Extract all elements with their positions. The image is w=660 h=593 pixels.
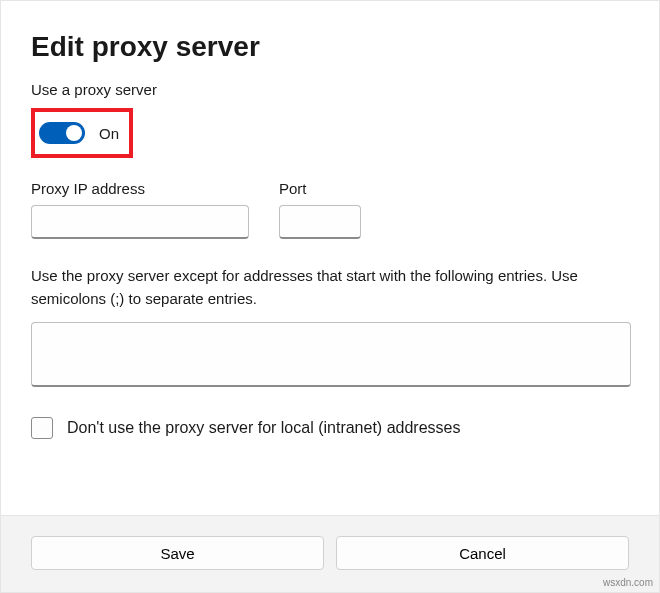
dialog-footer: Save Cancel — [1, 515, 659, 592]
use-proxy-toggle[interactable] — [39, 122, 85, 144]
watermark: wsxdn.com — [603, 577, 653, 588]
cancel-button[interactable]: Cancel — [336, 536, 629, 570]
proxy-ip-label: Proxy IP address — [31, 180, 249, 197]
proxy-ip-input[interactable] — [31, 205, 249, 239]
toggle-knob-icon — [66, 125, 82, 141]
exceptions-description: Use the proxy server except for addresse… — [31, 265, 629, 310]
toggle-state-label: On — [99, 125, 119, 142]
local-bypass-label: Don't use the proxy server for local (in… — [67, 419, 460, 437]
port-label: Port — [279, 180, 361, 197]
port-input[interactable] — [279, 205, 361, 239]
save-button[interactable]: Save — [31, 536, 324, 570]
dialog-title: Edit proxy server — [31, 31, 629, 63]
highlight-annotation: On — [31, 108, 133, 158]
exceptions-input[interactable] — [31, 322, 631, 387]
use-proxy-label: Use a proxy server — [31, 81, 629, 98]
local-bypass-checkbox[interactable] — [31, 417, 53, 439]
